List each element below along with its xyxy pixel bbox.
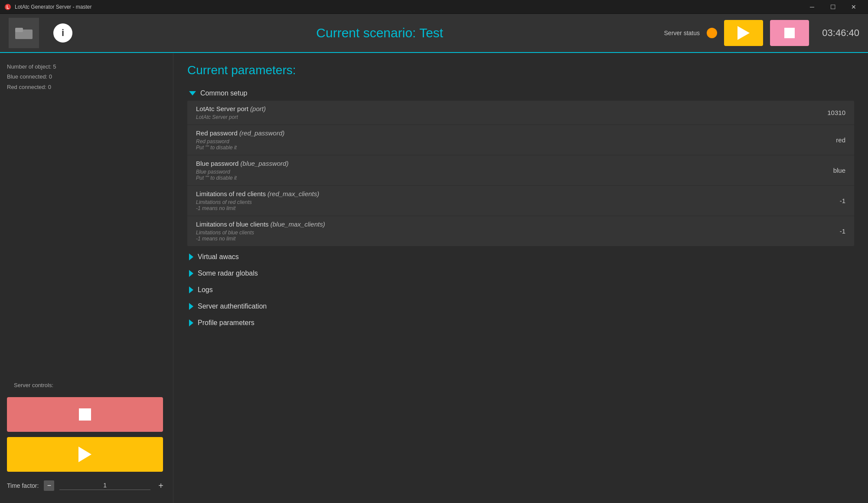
section-arrow-logs <box>189 286 193 293</box>
param-key-2: (blue_password) <box>241 160 289 167</box>
info-icon: i <box>53 23 72 43</box>
section-title-logs: Logs <box>198 286 213 294</box>
section-header-profile-parameters[interactable]: Profile parameters <box>187 316 854 330</box>
section-arrow-virtual-awacs <box>189 253 193 260</box>
folder-icon <box>15 26 33 40</box>
play-icon <box>737 26 750 40</box>
header-play-button[interactable] <box>724 20 763 46</box>
param-value-4: -1 <box>819 227 845 235</box>
param-key-0: (port) <box>250 105 266 112</box>
section-arrow-common-setup <box>189 91 196 95</box>
table-row[interactable]: LotAtc Server port (port)LotAtc Server p… <box>187 101 854 125</box>
section-arrow-some-radar-globals <box>189 270 193 277</box>
section-title-common-setup: Common setup <box>200 89 248 97</box>
app-icon: L <box>4 3 11 10</box>
section-header-common-setup[interactable]: Common setup <box>187 86 854 101</box>
content-area: Current parameters: Common setupLotAtc S… <box>173 53 868 503</box>
param-desc-0: LotAtc Server port <box>196 114 266 120</box>
section-arrow-server-authentification <box>189 303 193 310</box>
header-stop-button[interactable] <box>770 20 809 46</box>
stop-icon <box>784 28 795 38</box>
table-row[interactable]: Blue password (blue_password)Blue passwo… <box>187 155 854 186</box>
server-status-label: Server status <box>664 30 700 36</box>
param-left-1: Red password (red_password)Red password … <box>196 129 284 151</box>
table-row[interactable]: Limitations of blue clients (blue_max_cl… <box>187 216 854 246</box>
server-controls-label: Server controls: <box>7 375 166 392</box>
param-name-1: Red password (red_password) <box>196 129 284 137</box>
section-title-virtual-awacs: Virtual awacs <box>198 253 239 261</box>
section-header-logs[interactable]: Logs <box>187 283 854 297</box>
title-bar-left: L LotAtc Generator Server - master <box>4 3 91 10</box>
info-button[interactable]: i <box>48 18 78 48</box>
section-header-some-radar-globals[interactable]: Some radar globals <box>187 266 854 281</box>
param-desc-3: Limitations of red clients -1 means no l… <box>196 199 319 211</box>
section-profile-parameters: Profile parameters <box>187 316 854 330</box>
section-server-authentification: Server authentification <box>187 299 854 314</box>
param-key-3: (red_max_clients) <box>268 190 319 197</box>
content-title: Current parameters: <box>187 63 854 77</box>
stop-icon <box>79 408 91 421</box>
section-virtual-awacs: Virtual awacs <box>187 250 854 264</box>
param-left-4: Limitations of blue clients (blue_max_cl… <box>196 220 325 242</box>
folder-button[interactable] <box>9 18 39 48</box>
time-factor-value: 1 <box>59 482 150 490</box>
param-value-2: blue <box>819 167 845 174</box>
sections-container: Common setupLotAtc Server port (port)Lot… <box>187 86 854 330</box>
param-name-0: LotAtc Server port (port) <box>196 105 266 112</box>
param-desc-2: Blue password Put "" to disable it <box>196 169 288 181</box>
header: i Current scenario: Test Server status 0… <box>0 14 868 53</box>
section-logs: Logs <box>187 283 854 297</box>
param-table-common-setup: LotAtc Server port (port)LotAtc Server p… <box>187 101 854 246</box>
time-factor-row: Time factor: − 1 + <box>7 480 166 491</box>
stat-red: Red connected: 0 <box>7 82 166 92</box>
table-row[interactable]: Red password (red_password)Red password … <box>187 125 854 155</box>
section-arrow-profile-parameters <box>189 319 193 326</box>
param-left-3: Limitations of red clients (red_max_clie… <box>196 190 319 211</box>
svg-text:L: L <box>7 5 9 10</box>
time-factor-decrease-button[interactable]: − <box>44 480 54 491</box>
header-right: Server status 03:46:40 <box>664 20 859 46</box>
sidebar-bottom: Server controls: Time factor: − 1 + <box>0 368 173 498</box>
maximize-button[interactable]: ☐ <box>823 0 843 14</box>
clock-display: 03:46:40 <box>816 27 859 39</box>
param-left-2: Blue password (blue_password)Blue passwo… <box>196 160 288 181</box>
sidebar: Number of object: 5 Blue connected: 0 Re… <box>0 53 173 503</box>
time-factor-label: Time factor: <box>7 482 39 489</box>
status-indicator <box>707 28 717 38</box>
minimize-button[interactable]: ─ <box>802 0 822 14</box>
param-name-3: Limitations of red clients (red_max_clie… <box>196 190 319 197</box>
play-icon <box>78 447 91 462</box>
stat-blue: Blue connected: 0 <box>7 72 166 82</box>
scenario-title: Current scenario: Test <box>95 26 664 40</box>
param-desc-1: Red password Put "" to disable it <box>196 138 284 151</box>
title-bar: L LotAtc Generator Server - master ─ ☐ ✕ <box>0 0 868 14</box>
param-name-4: Limitations of blue clients (blue_max_cl… <box>196 220 325 228</box>
sidebar-play-button[interactable] <box>7 437 163 472</box>
section-common-setup: Common setupLotAtc Server port (port)Lot… <box>187 86 854 246</box>
sidebar-stop-button[interactable] <box>7 397 163 432</box>
table-row[interactable]: Limitations of red clients (red_max_clie… <box>187 186 854 216</box>
svg-rect-3 <box>15 28 23 32</box>
param-key-4: (blue_max_clients) <box>271 220 325 228</box>
title-bar-controls: ─ ☐ ✕ <box>802 0 864 14</box>
param-value-0: 10310 <box>819 109 845 116</box>
section-title-some-radar-globals: Some radar globals <box>198 270 258 277</box>
section-title-server-authentification: Server authentification <box>198 302 267 310</box>
param-key-1: (red_password) <box>239 129 284 137</box>
section-header-virtual-awacs[interactable]: Virtual awacs <box>187 250 854 264</box>
param-value-1: red <box>819 136 845 144</box>
section-header-server-authentification[interactable]: Server authentification <box>187 299 854 314</box>
section-some-radar-globals: Some radar globals <box>187 266 854 281</box>
param-desc-4: Limitations of blue clients -1 means no … <box>196 230 325 242</box>
title-bar-title: LotAtc Generator Server - master <box>15 4 91 10</box>
section-title-profile-parameters: Profile parameters <box>198 319 255 327</box>
sidebar-stats: Number of object: 5 Blue connected: 0 Re… <box>0 58 173 95</box>
param-name-2: Blue password (blue_password) <box>196 160 288 167</box>
time-factor-increase-button[interactable]: + <box>156 480 166 491</box>
main-layout: Number of object: 5 Blue connected: 0 Re… <box>0 53 868 503</box>
param-value-3: -1 <box>819 197 845 204</box>
close-button[interactable]: ✕ <box>844 0 864 14</box>
param-left-0: LotAtc Server port (port)LotAtc Server p… <box>196 105 266 120</box>
stat-objects: Number of object: 5 <box>7 62 166 72</box>
